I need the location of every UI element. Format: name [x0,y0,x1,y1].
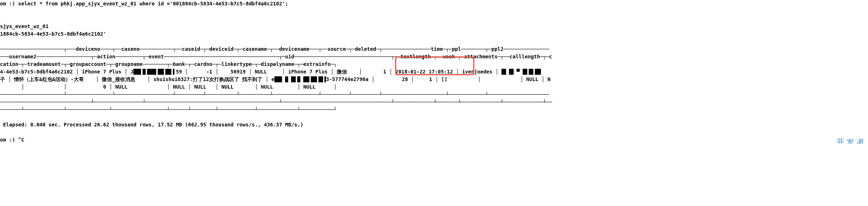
blank-line [0,129,868,136]
watermark-chinese: 开 发 者 [836,136,864,144]
prompt-cancel-line: om :) ^C [0,136,868,144]
table-data-row-1: 4-4e53-b7c5-8dbf4a6c2102 │ iPhone 7 Plus… [0,68,868,76]
table-data-row-2: 子 │ 情怀（上车&红包&活动）-大哥 │ 微信_接收消息 │ shuishui… [0,76,868,83]
blank-line [0,15,868,23]
table-header-row-3: cation─┬─tradeamount─┬─groupaccount─┬─gr… [0,61,868,68]
table-separator-mid: ──────────────────────────────┴─────────… [0,98,868,106]
terminal-output: om :) select * from phkj.app_sjyx_event_… [0,0,868,144]
sql-prompt-line: om :) select * from phkj.app_sjyx_event_… [0,0,868,8]
blank-line [0,113,868,121]
table-separator-bottom: ───────┴─────────────┴──────────────┴───… [0,106,868,113]
table-separator-top: ─────────────────────┴───────────────┴──… [0,91,868,98]
table-data-row-3: │ │ 0 │ NULL │ NULL │ NULL │ NULL │ NULL… [0,83,868,91]
table-header-row-1: ─────────────────────┬───deviceno────┬──… [0,45,868,53]
query-stats-line: Elapsed: 0.040 sec. Processed 26.62 thou… [0,121,868,129]
echo-where-id: 1884cb-5834-4e53-b7c5-8dbf4a6c2102' [0,30,868,38]
echo-table-name: sjyx_event_wz_01 [0,23,868,30]
table-header-row-2: ───username2──────────────────┬─action──… [0,53,868,61]
blank-line [0,8,868,15]
blank-line [0,38,868,45]
